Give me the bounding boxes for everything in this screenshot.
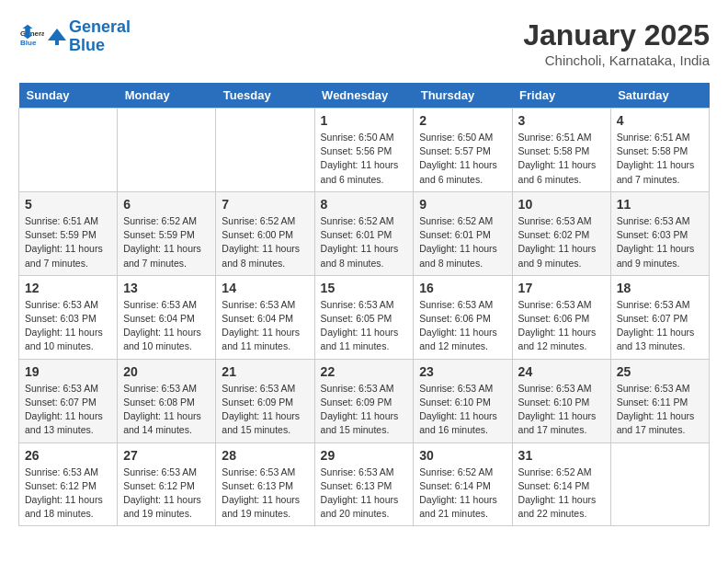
calendar-cell: 29Sunrise: 6:53 AMSunset: 6:13 PMDayligh… bbox=[314, 442, 414, 526]
calendar-header: SundayMondayTuesdayWednesdayThursdayFrid… bbox=[19, 83, 710, 109]
day-info: Sunrise: 6:53 AMSunset: 6:13 PMDaylight:… bbox=[321, 465, 408, 522]
day-info: Sunrise: 6:53 AMSunset: 6:11 PMDaylight:… bbox=[617, 382, 703, 438]
logo-text-line1: General bbox=[69, 18, 131, 37]
day-info: Sunrise: 6:50 AMSunset: 5:56 PMDaylight:… bbox=[321, 131, 408, 187]
calendar-week-2: 5Sunrise: 6:51 AMSunset: 5:59 PMDaylight… bbox=[19, 191, 710, 275]
day-number: 20 bbox=[123, 364, 210, 379]
day-info: Sunrise: 6:53 AMSunset: 6:08 PMDaylight:… bbox=[123, 382, 210, 438]
header-friday: Friday bbox=[512, 83, 610, 109]
calendar-cell: 15Sunrise: 6:53 AMSunset: 6:05 PMDayligh… bbox=[314, 275, 414, 359]
day-number: 18 bbox=[617, 281, 703, 295]
day-info: Sunrise: 6:53 AMSunset: 6:04 PMDaylight:… bbox=[222, 298, 308, 354]
day-number: 13 bbox=[123, 281, 210, 295]
header-saturday: Saturday bbox=[610, 83, 709, 109]
logo-text-line2: Blue bbox=[69, 37, 131, 55]
day-number: 27 bbox=[123, 448, 210, 463]
day-number: 8 bbox=[321, 197, 408, 212]
day-number: 17 bbox=[518, 281, 605, 295]
location-subtitle: Chincholi, Karnataka, India bbox=[523, 52, 710, 68]
calendar-cell: 21Sunrise: 6:53 AMSunset: 6:09 PMDayligh… bbox=[216, 359, 314, 442]
day-info: Sunrise: 6:53 AMSunset: 6:09 PMDaylight:… bbox=[321, 382, 408, 438]
day-number: 1 bbox=[321, 113, 408, 128]
calendar-week-1: 1Sunrise: 6:50 AMSunset: 5:56 PMDaylight… bbox=[19, 109, 710, 192]
day-info: Sunrise: 6:53 AMSunset: 6:03 PMDaylight:… bbox=[25, 298, 111, 354]
day-info: Sunrise: 6:52 AMSunset: 6:01 PMDaylight:… bbox=[321, 214, 408, 270]
day-number: 22 bbox=[321, 364, 408, 379]
calendar-cell: 26Sunrise: 6:53 AMSunset: 6:12 PMDayligh… bbox=[19, 442, 118, 526]
header-wednesday: Wednesday bbox=[314, 83, 414, 109]
day-number: 15 bbox=[321, 281, 408, 295]
calendar-cell: 25Sunrise: 6:53 AMSunset: 6:11 PMDayligh… bbox=[610, 359, 709, 442]
calendar-cell: 20Sunrise: 6:53 AMSunset: 6:08 PMDayligh… bbox=[118, 359, 216, 442]
day-info: Sunrise: 6:53 AMSunset: 6:05 PMDaylight:… bbox=[321, 298, 408, 354]
calendar-cell: 3Sunrise: 6:51 AMSunset: 5:58 PMDaylight… bbox=[512, 109, 610, 192]
day-number: 9 bbox=[419, 197, 506, 212]
calendar-week-5: 26Sunrise: 6:53 AMSunset: 6:12 PMDayligh… bbox=[19, 442, 710, 526]
calendar-cell bbox=[118, 109, 216, 192]
calendar-table: SundayMondayTuesdayWednesdayThursdayFrid… bbox=[18, 83, 710, 526]
header-thursday: Thursday bbox=[414, 83, 512, 109]
day-number: 7 bbox=[222, 197, 308, 212]
day-info: Sunrise: 6:53 AMSunset: 6:02 PMDaylight:… bbox=[518, 214, 605, 270]
blue-triangle-icon bbox=[48, 28, 66, 46]
day-info: Sunrise: 6:53 AMSunset: 6:07 PMDaylight:… bbox=[25, 382, 111, 438]
calendar-cell: 19Sunrise: 6:53 AMSunset: 6:07 PMDayligh… bbox=[19, 359, 118, 442]
svg-text:Blue: Blue bbox=[20, 39, 37, 47]
calendar-week-3: 12Sunrise: 6:53 AMSunset: 6:03 PMDayligh… bbox=[19, 275, 710, 359]
day-info: Sunrise: 6:53 AMSunset: 6:10 PMDaylight:… bbox=[419, 382, 506, 438]
day-number: 30 bbox=[419, 448, 506, 463]
day-info: Sunrise: 6:52 AMSunset: 5:59 PMDaylight:… bbox=[123, 214, 210, 270]
calendar-cell: 31Sunrise: 6:52 AMSunset: 6:14 PMDayligh… bbox=[512, 442, 610, 526]
day-info: Sunrise: 6:53 AMSunset: 6:13 PMDaylight:… bbox=[222, 465, 308, 522]
day-info: Sunrise: 6:51 AMSunset: 5:59 PMDaylight:… bbox=[25, 214, 111, 270]
day-number: 21 bbox=[222, 364, 308, 379]
calendar-cell: 7Sunrise: 6:52 AMSunset: 6:00 PMDaylight… bbox=[216, 191, 314, 275]
calendar-cell: 27Sunrise: 6:53 AMSunset: 6:12 PMDayligh… bbox=[118, 442, 216, 526]
day-info: Sunrise: 6:53 AMSunset: 6:06 PMDaylight:… bbox=[419, 298, 506, 354]
day-number: 12 bbox=[25, 281, 111, 295]
calendar-cell: 14Sunrise: 6:53 AMSunset: 6:04 PMDayligh… bbox=[216, 275, 314, 359]
day-info: Sunrise: 6:53 AMSunset: 6:04 PMDaylight:… bbox=[123, 298, 210, 354]
calendar-cell: 10Sunrise: 6:53 AMSunset: 6:02 PMDayligh… bbox=[512, 191, 610, 275]
day-number: 25 bbox=[617, 364, 703, 379]
calendar-cell: 5Sunrise: 6:51 AMSunset: 5:59 PMDaylight… bbox=[19, 191, 118, 275]
day-number: 2 bbox=[419, 113, 506, 128]
day-number: 14 bbox=[222, 281, 308, 295]
calendar-cell: 4Sunrise: 6:51 AMSunset: 5:58 PMDaylight… bbox=[610, 109, 709, 192]
header-tuesday: Tuesday bbox=[216, 83, 314, 109]
calendar-cell: 9Sunrise: 6:52 AMSunset: 6:01 PMDaylight… bbox=[414, 191, 512, 275]
day-number: 29 bbox=[321, 448, 408, 463]
logo: General Blue General Blue bbox=[18, 18, 131, 55]
header-sunday: Sunday bbox=[19, 83, 118, 109]
day-info: Sunrise: 6:52 AMSunset: 6:14 PMDaylight:… bbox=[518, 465, 605, 522]
day-number: 5 bbox=[25, 197, 111, 212]
header-monday: Monday bbox=[118, 83, 216, 109]
day-number: 11 bbox=[617, 197, 703, 212]
day-number: 26 bbox=[25, 448, 111, 463]
calendar-cell: 1Sunrise: 6:50 AMSunset: 5:56 PMDaylight… bbox=[314, 109, 414, 192]
month-title: January 2025 bbox=[523, 18, 710, 52]
day-number: 3 bbox=[518, 113, 605, 128]
day-number: 31 bbox=[518, 448, 605, 463]
day-info: Sunrise: 6:51 AMSunset: 5:58 PMDaylight:… bbox=[518, 131, 605, 187]
day-info: Sunrise: 6:50 AMSunset: 5:57 PMDaylight:… bbox=[419, 131, 506, 187]
page-header: General Blue General Blue January 2025 C… bbox=[18, 18, 710, 68]
day-number: 28 bbox=[222, 448, 308, 463]
day-info: Sunrise: 6:52 AMSunset: 6:01 PMDaylight:… bbox=[419, 214, 506, 270]
day-number: 6 bbox=[123, 197, 210, 212]
day-number: 4 bbox=[617, 113, 703, 128]
svg-marker-4 bbox=[48, 29, 66, 40]
day-info: Sunrise: 6:52 AMSunset: 6:14 PMDaylight:… bbox=[419, 465, 506, 522]
calendar-cell bbox=[19, 109, 118, 192]
day-info: Sunrise: 6:53 AMSunset: 6:10 PMDaylight:… bbox=[518, 382, 605, 438]
day-info: Sunrise: 6:53 AMSunset: 6:09 PMDaylight:… bbox=[222, 382, 308, 438]
day-info: Sunrise: 6:53 AMSunset: 6:06 PMDaylight:… bbox=[518, 298, 605, 354]
calendar-cell: 8Sunrise: 6:52 AMSunset: 6:01 PMDaylight… bbox=[314, 191, 414, 275]
day-info: Sunrise: 6:52 AMSunset: 6:00 PMDaylight:… bbox=[222, 214, 308, 270]
day-info: Sunrise: 6:53 AMSunset: 6:03 PMDaylight:… bbox=[617, 214, 703, 270]
day-info: Sunrise: 6:53 AMSunset: 6:07 PMDaylight:… bbox=[617, 298, 703, 354]
day-number: 16 bbox=[419, 281, 506, 295]
calendar-cell: 23Sunrise: 6:53 AMSunset: 6:10 PMDayligh… bbox=[414, 359, 512, 442]
calendar-cell: 24Sunrise: 6:53 AMSunset: 6:10 PMDayligh… bbox=[512, 359, 610, 442]
calendar-cell: 11Sunrise: 6:53 AMSunset: 6:03 PMDayligh… bbox=[610, 191, 709, 275]
